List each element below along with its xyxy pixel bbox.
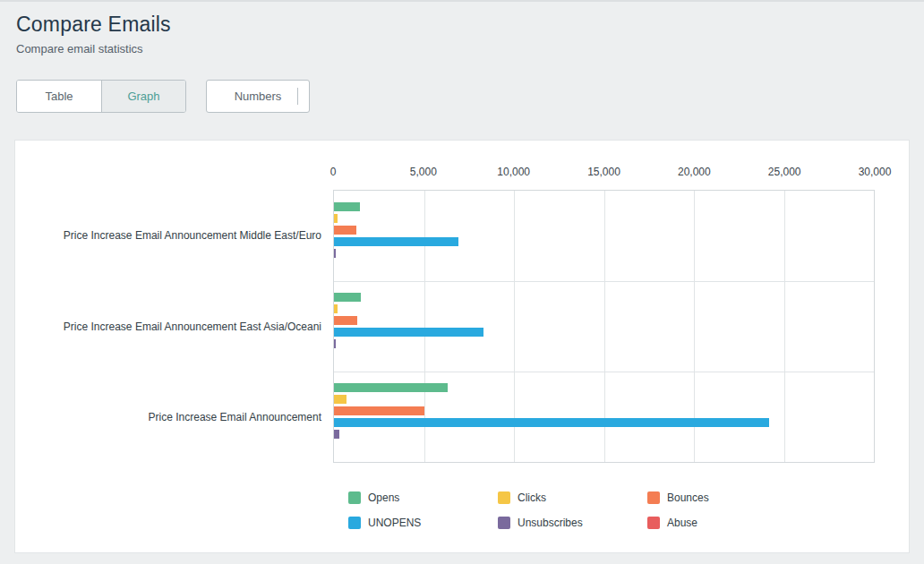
bar-unsubscribes: [334, 430, 339, 439]
legend-item-unopens[interactable]: UNOPENS: [348, 517, 498, 529]
x-tick-label: 10,000: [497, 166, 530, 178]
bar-unopens: [334, 328, 483, 337]
bar-opens: [334, 383, 448, 392]
tab-table[interactable]: Table: [17, 81, 101, 112]
legend-label: Unsubscribes: [518, 517, 583, 529]
toolbar: Table Graph Numbers: [0, 80, 924, 113]
numbers-button-divider: [297, 88, 298, 105]
legend-swatch: [348, 517, 361, 529]
category-label: Price Increase Email Announcement East A…: [15, 320, 321, 333]
legend-label: Clicks: [518, 491, 546, 504]
bar-clicks: [334, 395, 346, 404]
legend-swatch: [498, 517, 510, 529]
chart-legend: OpensClicksBouncesUNOPENSUnsubscribesAbu…: [348, 491, 797, 529]
tab-graph[interactable]: Graph: [101, 81, 185, 112]
bar-opens: [334, 202, 360, 211]
legend-swatch: [498, 491, 510, 504]
x-tick-label: 20,000: [678, 166, 711, 178]
legend-label: Opens: [368, 491, 399, 504]
bar-unsubscribes: [334, 249, 336, 258]
view-toggle: Table Graph: [16, 80, 186, 113]
x-tick-label: 30,000: [859, 166, 892, 178]
legend-item-bounces[interactable]: Bounces: [647, 491, 797, 504]
page-subtitle: Compare email statistics: [16, 42, 908, 56]
x-axis: 05,00010,00015,00020,00025,00030,000: [333, 166, 875, 182]
bar-group: [334, 372, 874, 462]
numbers-button[interactable]: Numbers: [206, 80, 310, 113]
bar-bounces: [334, 226, 356, 235]
bar-opens: [334, 293, 361, 302]
bar-clicks: [334, 214, 338, 223]
x-tick-label: 5,000: [410, 166, 437, 178]
bar-group: [334, 281, 874, 372]
legend-swatch: [647, 517, 660, 529]
legend-item-opens[interactable]: Opens: [348, 491, 498, 504]
numbers-button-label: Numbers: [235, 90, 282, 103]
legend-swatch: [647, 491, 660, 504]
x-tick-label: 0: [330, 166, 337, 178]
bar-clicks: [334, 304, 338, 313]
bar-unopens: [334, 237, 458, 246]
bar-unopens: [334, 418, 769, 427]
bar-bounces: [334, 316, 357, 325]
bar-bounces: [334, 406, 424, 415]
legend-item-abuse[interactable]: Abuse: [647, 517, 797, 529]
plot-area: [333, 190, 875, 463]
x-tick-label: 25,000: [768, 166, 801, 178]
legend-swatch: [348, 491, 361, 504]
bar-group: [334, 191, 874, 281]
chart-card: 05,00010,00015,00020,00025,00030,000 Pri…: [14, 140, 910, 553]
category-label: Price Increase Email Announcement: [15, 411, 321, 423]
bar-unsubscribes: [334, 339, 336, 348]
x-tick-label: 15,000: [587, 166, 620, 178]
category-label: Price Increase Email Announcement Middle…: [15, 229, 321, 242]
page-title: Compare Emails: [16, 13, 908, 37]
legend-label: Abuse: [667, 517, 697, 529]
legend-item-unsubscribes[interactable]: Unsubscribes: [498, 517, 647, 529]
category-labels: Price Increase Email Announcement Middle…: [15, 190, 321, 463]
legend-item-clicks[interactable]: Clicks: [498, 491, 647, 504]
legend-label: UNOPENS: [368, 517, 421, 529]
legend-label: Bounces: [667, 491, 709, 504]
page-header: Compare Emails Compare email statistics: [0, 2, 924, 56]
